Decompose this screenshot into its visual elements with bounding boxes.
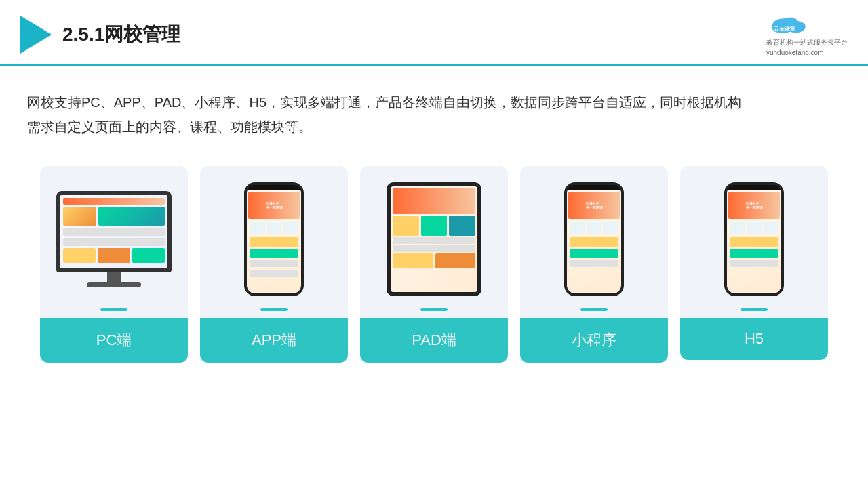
pc-block1 [63, 207, 96, 226]
tablet-b2 [435, 253, 476, 268]
pc-block3 [63, 248, 96, 263]
card-pc-stripe [100, 308, 127, 311]
phone-grid-h5 [728, 220, 780, 235]
tablet-body [387, 182, 481, 296]
card-pad-stripe [420, 308, 448, 311]
page-title: 2.5.1网校管理 [62, 22, 180, 47]
pc-screen-row1 [63, 207, 165, 226]
phone-row3 [250, 249, 298, 258]
section-number: 2.5.1 [62, 24, 104, 45]
phone-icon2 [267, 222, 282, 234]
brand-tagline: 教育机构一站式服务云平台 [766, 38, 848, 47]
pc-block4 [98, 248, 130, 263]
pc-screen-row2 [63, 248, 165, 263]
pc-block2 [98, 207, 165, 226]
phone-notch-mini [584, 185, 604, 190]
pc-screen-bar [63, 198, 165, 205]
card-pc-image-area [40, 166, 188, 308]
card-pc-label: PC端 [40, 318, 188, 363]
tablet-mini1 [393, 237, 475, 244]
card-app-stripe [260, 308, 288, 311]
tablet-screen [391, 186, 477, 292]
pc-base [87, 282, 141, 287]
card-h5-stripe [741, 308, 768, 311]
phone-banner: 职通人的第一堂网课 [248, 192, 300, 219]
phone-icon9 [763, 222, 778, 234]
tablet-block1 [393, 216, 419, 236]
phone-screen: 职通人的第一堂网课 [247, 190, 301, 293]
tablet-row2 [393, 253, 475, 268]
phone-row4 [250, 260, 298, 267]
card-app: 职通人的第一堂网课 APP端 [200, 166, 348, 363]
phone-row9 [730, 237, 778, 247]
phone-body: 职通人的第一堂网课 [244, 182, 304, 296]
phone-screen-mini: 职通人的第一堂网课 [567, 190, 621, 293]
tablet-block2 [421, 216, 448, 236]
card-mini-stripe [580, 308, 608, 311]
phone-grid-mini [568, 220, 620, 235]
pc-neck [107, 272, 121, 282]
title-text: 网校管理 [104, 24, 180, 45]
card-pc: PC端 [40, 166, 188, 363]
card-pad: PAD端 [360, 166, 508, 363]
phone-icon3 [283, 222, 298, 234]
pc-block5 [132, 248, 165, 263]
header-left: 2.5.1网校管理 [20, 16, 180, 54]
card-h5-label: H5 [680, 318, 828, 360]
phone-icon5 [587, 222, 602, 234]
card-h5-image-area: 职通人的第一堂网课 [680, 166, 828, 308]
card-miniprogram-label: 小程序 [520, 318, 668, 363]
tablet-row1 [393, 216, 475, 236]
tablet-mini2 [393, 245, 475, 252]
phone-notch [264, 185, 284, 190]
card-app-label: APP端 [200, 318, 348, 363]
logo-triangle-icon [20, 16, 52, 54]
device-pad-mockup [387, 182, 481, 296]
cloud-logo-icon: 云朵课堂 [766, 12, 814, 37]
phone-row6 [570, 237, 618, 247]
device-miniprogram-mockup: 职通人的第一堂网课 [564, 182, 624, 296]
phone-row10 [730, 249, 778, 258]
description-text: 网校支持PC、APP、PAD、小程序、H5，实现多端打通，产品各终端自由切换，数… [27, 90, 841, 139]
pc-screen-mini2 [63, 238, 165, 246]
cards-container: PC端 职通人的第一堂网课 [0, 146, 868, 383]
card-app-image-area: 职通人的第一堂网课 [200, 166, 348, 308]
tablet-b1 [393, 253, 433, 268]
device-h5-mockup: 职通人的第一堂网课 [724, 182, 784, 296]
phone-icon6 [603, 222, 618, 234]
phone-row2 [250, 237, 298, 247]
header: 2.5.1网校管理 云朵课堂 教育机构一站式服务云平台 yunduoketang… [0, 0, 868, 66]
tablet-banner [393, 188, 475, 214]
card-miniprogram: 职通人的第一堂网课 小程序 [520, 166, 668, 363]
pc-monitor [56, 191, 172, 272]
svg-text:云朵课堂: 云朵课堂 [774, 26, 796, 32]
pc-screen [60, 195, 167, 268]
phone-icon7 [730, 222, 745, 234]
phone-row5 [250, 270, 298, 277]
brand-url: yunduoketang.com [766, 49, 824, 56]
brand-logo: 云朵课堂 教育机构一站式服务云平台 yunduoketang.com [766, 12, 848, 56]
phone-icon1 [250, 222, 265, 234]
phone-grid [248, 220, 300, 235]
phone-banner-h5: 职通人的第一堂网课 [728, 192, 780, 219]
phone-icon8 [747, 222, 762, 234]
phone-body-h5: 职通人的第一堂网课 [724, 182, 784, 296]
description-block: 网校支持PC、APP、PAD、小程序、H5，实现多端打通，产品各终端自由切换，数… [0, 66, 868, 146]
tablet-block3 [449, 216, 475, 236]
pc-screen-mini1 [63, 228, 165, 236]
phone-row7 [570, 249, 618, 258]
header-right: 云朵课堂 教育机构一站式服务云平台 yunduoketang.com [766, 12, 848, 56]
card-h5: 职通人的第一堂网课 H5 [680, 166, 828, 360]
phone-screen-h5: 职通人的第一堂网课 [727, 190, 781, 293]
phone-row8 [570, 260, 618, 267]
card-pad-label: PAD端 [360, 318, 508, 363]
device-pc-mockup [56, 191, 172, 287]
phone-body-mini: 职通人的第一堂网课 [564, 182, 624, 296]
card-pad-image-area [360, 166, 508, 308]
phone-notch-h5 [744, 185, 764, 190]
device-app-mockup: 职通人的第一堂网课 [244, 182, 304, 296]
card-miniprogram-image-area: 职通人的第一堂网课 [520, 166, 668, 308]
phone-icon4 [570, 222, 585, 234]
phone-banner-mini: 职通人的第一堂网课 [568, 192, 620, 219]
phone-row11 [730, 260, 778, 267]
